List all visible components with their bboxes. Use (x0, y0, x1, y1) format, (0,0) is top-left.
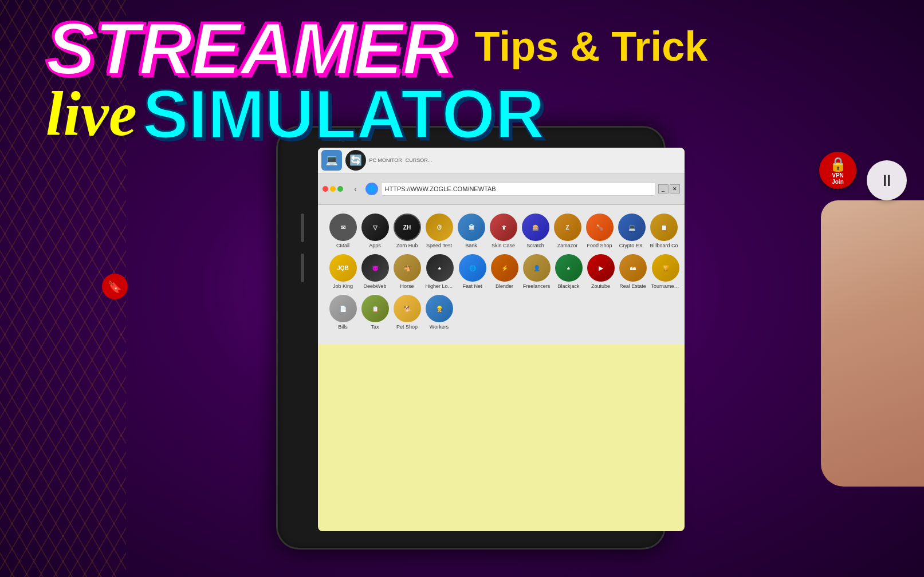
app-item-bills[interactable]: 📄Bills (329, 295, 357, 330)
address-bar[interactable]: HTTPS://WWW.ZOGLE.COM/NEWTAB (381, 182, 655, 196)
title-area: STREAMER Tips & Trick live SIMULATOR (46, 11, 878, 153)
app-icon-jobking: JQB (329, 254, 357, 282)
app-grid-container: ✉CMail▽AppsZHZorn Hub⏱Speed Test🏛Bank🗡Sk… (318, 205, 685, 344)
vpn-button[interactable]: 🔒 VPN Join (819, 152, 856, 189)
volume-down-button[interactable] (301, 254, 304, 282)
app-item-deebweb[interactable]: 😈DeebWeb (361, 254, 389, 289)
app-item-blender[interactable]: ⚡Blender (491, 254, 518, 289)
app-item-cmail[interactable]: ✉CMail (329, 214, 357, 248)
app-item-zoutube[interactable]: ▶Zoutube (587, 254, 615, 289)
app-item-workers[interactable]: 👷Workers (426, 295, 453, 330)
app-item-skincase[interactable]: 🗡Skin Case (490, 214, 517, 248)
app-icon-scratch: 🎰 (522, 214, 549, 241)
minimize-dot[interactable] (330, 186, 336, 192)
notification-badge: 🔖 (102, 274, 128, 299)
app-icon-zoutube: ▶ (587, 254, 615, 282)
pause-button[interactable]: ⏸ (867, 160, 907, 200)
app-label-bank: Bank (465, 243, 477, 248)
app-icon-skincase: 🗡 (490, 214, 517, 241)
app-icon-bank: 🏛 (458, 214, 485, 241)
app-label-jobking: Job King (333, 283, 353, 289)
app-icon-zamazor: Z (554, 214, 581, 241)
app-item-horse[interactable]: 🐴Horse (394, 254, 421, 289)
app-icon-tax: 📋 (361, 295, 389, 322)
volume-up-button[interactable] (301, 214, 304, 242)
title-tips: Tips & Trick (474, 23, 707, 70)
app-item-realestate[interactable]: 🏘Real Estate (619, 254, 647, 289)
app-icon-zornhub: ZH (394, 214, 421, 241)
app-item-billboard[interactable]: 📋Billboard Co (650, 214, 678, 248)
app-item-bank[interactable]: 🏛Bank (458, 214, 485, 248)
pause-icon: ⏸ (879, 171, 895, 190)
app-label-apps: Apps (369, 243, 381, 248)
app-icon-crypto: 💻 (618, 214, 646, 241)
title-live: live (46, 78, 137, 151)
app-item-blackjack[interactable]: ♠Blackjack (555, 254, 583, 289)
url-text: HTTPS://WWW.ZOGLE.COM/NEWTAB (385, 185, 496, 192)
app-label-zamazor: Zamazor (557, 243, 578, 248)
window-controls (323, 186, 343, 192)
app-label-blackjack: Blackjack (557, 283, 579, 289)
app-icon-fastnet: 🌐 (459, 254, 486, 282)
phone-screen: 💻 🔄 PC MONITOR CURSOR... ‹ 🌐 HTTPS://WWW… (318, 148, 685, 531)
app-label-scratch: Scratch (526, 243, 544, 248)
app-label-horse: Horse (400, 283, 414, 289)
app-icon-deebweb: 😈 (361, 254, 389, 282)
app-icon-realestate: 🏘 (619, 254, 647, 282)
app-label-tournaments: Tournaments (651, 283, 680, 289)
app-label-zornhub: Zorn Hub (396, 243, 418, 248)
app-item-tournaments[interactable]: 🏆Tournaments (651, 254, 680, 289)
app-icon-foodshop: 🍗 (586, 214, 614, 241)
app-label-zoutube: Zoutube (591, 283, 610, 289)
app-icon-workers: 👷 (426, 295, 453, 322)
app-grid-row2: JQBJob King😈DeebWeb🐴Horse♠Higher Lower🌐F… (329, 254, 673, 289)
app-item-scratch[interactable]: 🎰Scratch (522, 214, 549, 248)
app-label-freelancers: Freelancers (523, 283, 551, 289)
back-button[interactable]: ‹ (349, 182, 363, 196)
app-item-crypto[interactable]: 💻Crypto EX. (618, 214, 646, 248)
app-label-speedtest: Speed Test (426, 243, 452, 248)
app-item-foodshop[interactable]: 🍗Food Shop (586, 214, 614, 248)
app-icon-blackjack: ♠ (555, 254, 583, 282)
app-label-tax: Tax (371, 324, 379, 330)
app-label-skincase: Skin Case (492, 243, 515, 248)
app-icon-tournaments: 🏆 (652, 254, 679, 282)
app-item-freelancers[interactable]: 👤Freelancers (523, 254, 551, 289)
app-label-fastnet: Fast Net (462, 283, 482, 289)
app-icon-higherlower: ♠ (426, 254, 454, 282)
app-label-realestate: Real Estate (619, 283, 646, 289)
app-item-zornhub[interactable]: ZHZorn Hub (394, 214, 421, 248)
vpn-label: VPN (832, 172, 844, 179)
title-simulator: SIMULATOR (143, 74, 545, 153)
app-label-cmail: CMail (336, 243, 349, 248)
app-name-label-2: CURSOR... (406, 157, 432, 163)
app-item-petshop[interactable]: 🐕Pet Shop (394, 295, 421, 330)
app-item-apps[interactable]: ▽Apps (361, 214, 389, 248)
app-icon-freelancers: 👤 (523, 254, 551, 282)
app-label-foodshop: Food Shop (587, 243, 612, 248)
phone-container: 💻 🔄 PC MONITOR CURSOR... ‹ 🌐 HTTPS://WWW… (247, 126, 677, 555)
minimize-button[interactable]: _ (658, 184, 669, 193)
app-item-speedtest[interactable]: ⏱Speed Test (426, 214, 453, 248)
app-item-jobking[interactable]: JQBJob King (329, 254, 357, 289)
app-icon-horse: 🐴 (394, 254, 421, 282)
close-button[interactable]: ✕ (670, 184, 680, 193)
app-label-higherlower: Higher Lower (426, 283, 454, 289)
app-icon-cmail: ✉ (329, 214, 357, 241)
app-item-zamazor[interactable]: ZZamazor (554, 214, 581, 248)
app-item-higherlower[interactable]: ♠Higher Lower (426, 254, 454, 289)
app-icon-speedtest: ⏱ (426, 214, 453, 241)
phone-frame: 💻 🔄 PC MONITOR CURSOR... ‹ 🌐 HTTPS://WWW… (276, 126, 666, 550)
app-label-bills: Bills (338, 324, 348, 330)
app-item-fastnet[interactable]: 🌐Fast Net (459, 254, 486, 289)
app-name-label-1: PC MONITOR (369, 157, 402, 163)
vpn-icon: 🔒 (829, 156, 847, 172)
app-grid-row1: ✉CMail▽AppsZHZorn Hub⏱Speed Test🏛Bank🗡Sk… (329, 214, 673, 248)
app-item-tax[interactable]: 📋Tax (361, 295, 389, 330)
app-icon-bills: 📄 (329, 295, 357, 322)
maximize-dot[interactable] (337, 186, 343, 192)
hand-overlay (821, 200, 924, 487)
app-label-petshop: Pet Shop (396, 324, 418, 330)
browser-globe-icon: 🌐 (365, 183, 378, 195)
close-dot[interactable] (323, 186, 328, 192)
